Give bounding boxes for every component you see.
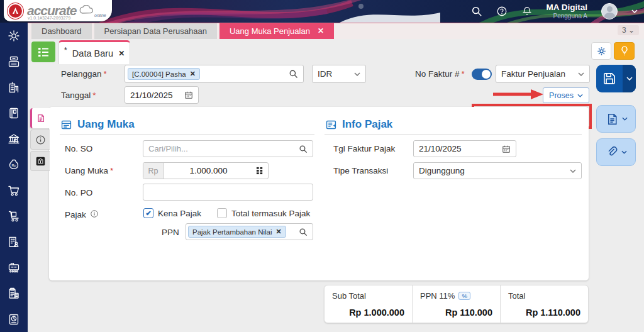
sidebar-item-manufacture[interactable] <box>0 255 28 280</box>
ppn-input[interactable]: Pajak Pertambahan Nilai✕ <box>186 223 313 240</box>
form-lines-icon <box>60 119 72 131</box>
tips-button[interactable] <box>614 42 635 60</box>
app-window: accurate online v1.0.1#3247-2093279 MA D… <box>0 0 644 332</box>
tab-persiapan-data-perusahaan[interactable]: Persiapan Data Perusahaan <box>94 23 217 39</box>
record-list-button[interactable] <box>31 42 55 62</box>
user-name: Pengguna A <box>547 13 588 19</box>
save-button[interactable] <box>596 65 623 92</box>
money-bag-icon: Rp <box>7 158 21 172</box>
faktur-type-select[interactable]: Faktur Penjualan <box>496 65 590 83</box>
tag-remove-icon[interactable]: ✕ <box>190 70 196 78</box>
search-icon[interactable] <box>471 6 482 17</box>
minitab-detail[interactable] <box>30 108 50 128</box>
section-divider <box>60 134 314 135</box>
sidebar-item-tax[interactable] <box>0 280 28 306</box>
attachment-button[interactable] <box>596 138 636 166</box>
sidebar-item-purchase[interactable] <box>0 177 28 203</box>
tanggal-date-input[interactable]: 21/10/2025 <box>125 86 199 104</box>
info-icon <box>35 135 46 145</box>
document-icon <box>605 112 619 126</box>
pelanggan-input[interactable]: [C.00004] Pasha✕ <box>125 65 304 83</box>
notifications-bell-icon[interactable] <box>521 6 533 17</box>
minitab-bank[interactable] <box>30 151 50 171</box>
ppn-total-value: Rp 110.000 <box>420 307 492 318</box>
tipe-transaksi-select[interactable]: Digunggung <box>413 162 582 179</box>
unsaved-marker: * <box>64 45 67 55</box>
no-faktur-label: No Faktur #* <box>415 69 465 79</box>
minitab-info[interactable] <box>30 130 50 150</box>
currency-prefix: Rp <box>143 163 164 179</box>
pelanggan-selected-tag[interactable]: [C.00004] Pasha✕ <box>128 68 200 80</box>
percent-badge[interactable]: % <box>458 292 470 300</box>
print-preview-button[interactable] <box>596 105 636 133</box>
calculator-icon[interactable] <box>256 167 264 175</box>
calendar-icon[interactable] <box>502 145 511 153</box>
app-version: v1.0.1#3247-2093279 <box>28 16 70 20</box>
sidebar-item-company[interactable] <box>0 74 28 100</box>
currency-select[interactable]: IDR <box>312 65 366 83</box>
sidebar-item-report[interactable] <box>0 306 28 332</box>
total-label: Total <box>508 291 580 301</box>
uang-muka-amount-input[interactable]: Rp 1.000.000 <box>143 162 269 179</box>
section-divider <box>325 134 582 135</box>
total-cell: Total Rp 1.110.000 <box>500 285 588 323</box>
sidebar-item-cash[interactable]: Rp <box>0 152 28 177</box>
subtotal-cell: Sub Total Rp 1.000.000 <box>325 285 412 323</box>
module-sidebar: Rp <box>0 23 28 332</box>
list-icon <box>36 46 50 58</box>
ppn-selected-tag[interactable]: Pajak Pertambahan Nilai✕ <box>188 226 286 238</box>
search-icon[interactable] <box>299 228 308 236</box>
tab-dashboard[interactable]: Dashboard <box>31 23 92 39</box>
help-icon[interactable] <box>496 6 508 17</box>
calendar-icon[interactable] <box>184 91 193 99</box>
user-menu-chevron-down-icon[interactable] <box>631 9 638 13</box>
sidebar-item-bank[interactable] <box>0 126 28 152</box>
no-faktur-toggle[interactable] <box>472 69 492 80</box>
kena-pajak-field[interactable]: ✔ Kena Pajak <box>143 208 201 218</box>
sidebar-item-sales-register[interactable] <box>0 48 28 74</box>
kena-pajak-checkbox[interactable]: ✔ <box>143 208 153 218</box>
save-options-button[interactable] <box>623 65 636 92</box>
tax-document-icon <box>7 287 21 301</box>
chevron-down-icon <box>570 169 576 173</box>
document-tab-data-baru[interactable]: * Data Baru ✕ <box>58 40 130 64</box>
company-name: MA Digital <box>547 3 588 13</box>
uang-muka-section-title: Uang Muka <box>60 118 135 131</box>
sidebar-item-journal[interactable] <box>0 100 28 126</box>
total-termasuk-pajak-checkbox[interactable] <box>217 208 227 218</box>
tab-close-icon[interactable]: ✕ <box>318 23 324 39</box>
tab-overflow-counter[interactable]: 3 ⌄ <box>618 25 639 35</box>
no-po-input[interactable] <box>143 184 313 201</box>
journal-book-icon <box>7 106 21 120</box>
search-icon[interactable] <box>289 69 298 79</box>
user-info: MA Digital Pengguna A <box>547 3 588 19</box>
top-navbar: accurate online v1.0.1#3247-2093279 MA D… <box>0 0 644 23</box>
brand-online-label: online <box>94 13 106 18</box>
report-chart-icon <box>7 313 21 326</box>
tag-remove-icon[interactable]: ✕ <box>276 228 282 236</box>
totals-bar: Sub Total Rp 1.000.000 PPN 11%% Rp 110.0… <box>324 285 589 323</box>
annotation-arrow <box>492 89 546 100</box>
total-termasuk-pajak-field[interactable]: Total termasuk Pajak <box>217 208 310 218</box>
ppn-total-cell: PPN 11%% Rp 110.000 <box>412 285 500 323</box>
form-settings-button[interactable] <box>591 42 611 60</box>
sidebar-item-asset[interactable] <box>0 229 28 255</box>
tgl-faktur-pajak-input[interactable]: 21/10/2025 <box>413 140 516 157</box>
document-icon <box>36 113 46 123</box>
document-tab-close-icon[interactable]: ✕ <box>118 49 125 58</box>
sidebar-item-delivery[interactable] <box>0 203 28 229</box>
tanggal-label: Tanggal* <box>61 91 96 100</box>
search-icon[interactable] <box>299 145 308 153</box>
gear-icon <box>7 29 21 43</box>
save-split-button[interactable] <box>596 65 636 92</box>
total-termasuk-pajak-label: Total termasuk Pajak <box>231 209 310 218</box>
proses-button[interactable]: Proses <box>543 87 589 103</box>
cash-register-icon <box>7 55 21 69</box>
shopping-cart-icon <box>7 184 21 197</box>
no-so-input[interactable]: Cari/Pilih... <box>143 140 313 157</box>
pelanggan-label: Pelanggan* <box>61 69 107 79</box>
sidebar-item-settings[interactable] <box>0 23 28 48</box>
uang-muka-amount-label: Uang Muka* <box>65 166 113 175</box>
user-avatar[interactable] <box>601 3 618 19</box>
tab-uang-muka-penjualan[interactable]: Uang Muka Penjualan ✕ <box>219 23 334 39</box>
